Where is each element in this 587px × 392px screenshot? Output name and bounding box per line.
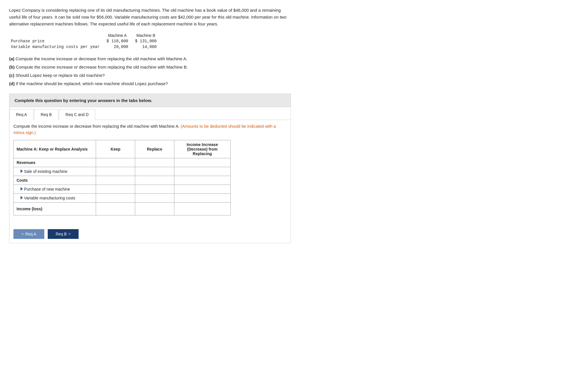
sale-keep-input[interactable] [96, 167, 135, 176]
machine-row-0-label: Purchase price [9, 38, 105, 44]
instruction-text: Compute the income increase or decrease … [13, 123, 287, 136]
complete-box: Complete this question by entering your … [9, 94, 291, 107]
income-diff-cell[interactable] [174, 202, 230, 215]
prev-button-label: Req A [25, 232, 36, 236]
purchase-replace-input[interactable] [135, 185, 174, 193]
sale-replace-cell[interactable] [135, 167, 174, 176]
variable-keep-cell[interactable] [96, 193, 135, 202]
nav-buttons: < Req A Req B > [9, 229, 291, 243]
costs-label: Costs [14, 176, 96, 185]
revenues-keep-input[interactable] [96, 158, 135, 167]
tabs-container: Req A Req B Req C and D Compute the inco… [9, 107, 291, 243]
income-keep-input[interactable] [96, 205, 135, 213]
income-replace-cell[interactable] [135, 202, 174, 215]
table-row: Revenues [14, 158, 231, 167]
costs-keep-cell[interactable] [96, 176, 135, 185]
questions-section: (a) Compute the income increase or decre… [9, 55, 291, 87]
costs-diff-cell [174, 176, 230, 185]
variable-replace-input[interactable] [135, 194, 174, 202]
variable-label: Variable manufacturing costs [14, 193, 96, 202]
tab-req-a[interactable]: Req A [9, 109, 33, 120]
table-row: Purchase of new machine [14, 185, 231, 193]
revenues-keep-cell[interactable] [96, 158, 135, 167]
income-diff-input[interactable] [177, 205, 227, 213]
table-row: Income (loss) [14, 202, 231, 215]
costs-keep-input[interactable] [96, 176, 135, 185]
purchase-keep-cell[interactable] [96, 185, 135, 193]
col-header-replace: Replace [135, 140, 174, 158]
machine-b-header: Machine B [133, 33, 162, 38]
blue-arrow-icon [21, 196, 23, 199]
table-row: Sale of existing machine [14, 167, 231, 176]
variable-keep-input[interactable] [96, 194, 135, 202]
analysis-table: Machine A: Keep or Replace Analysis Keep… [13, 140, 231, 215]
prev-arrow-icon: < [21, 232, 24, 236]
prev-button[interactable]: < Req A [13, 229, 44, 239]
machine-a-header: Machine A [105, 33, 133, 38]
machine-row-1-b: 14,000 [133, 44, 162, 50]
revenues-label: Revenues [14, 158, 96, 167]
revenues-diff-cell [174, 158, 230, 167]
purchase-diff-cell [174, 185, 230, 193]
costs-replace-cell[interactable] [135, 176, 174, 185]
income-keep-cell[interactable] [96, 202, 135, 215]
costs-replace-input[interactable] [135, 176, 174, 185]
col-header-analysis: Machine A: Keep or Replace Analysis [14, 140, 96, 158]
machine-row-0-a: $ 118,000 [105, 38, 133, 44]
question-c: (c) Should Lopez keep or replace its old… [9, 71, 291, 79]
income-label: Income (loss) [14, 202, 96, 215]
blue-arrow-icon [21, 187, 23, 191]
tab-content-req-a: Compute the income increase or decrease … [9, 120, 291, 226]
col-header-income: Income Increase(Decrease) fromReplacing [174, 140, 230, 158]
question-b: (b) Compute the income increase or decre… [9, 63, 291, 71]
blue-arrow-icon [21, 169, 23, 173]
machine-row-1-a: 20,000 [105, 44, 133, 50]
variable-replace-cell[interactable] [135, 193, 174, 202]
purchase-label: Purchase of new machine [14, 185, 96, 193]
table-row: Variable manufacturing costs [14, 193, 231, 202]
question-a: (a) Compute the income increase or decre… [9, 55, 291, 63]
sale-diff-cell [174, 167, 230, 176]
next-button-label: Req B [56, 232, 67, 236]
complete-box-text: Complete this question by entering your … [15, 98, 152, 103]
next-arrow-icon: > [69, 232, 71, 236]
revenues-replace-cell[interactable] [135, 158, 174, 167]
sale-keep-cell[interactable] [96, 167, 135, 176]
tab-req-b[interactable]: Req B [34, 109, 58, 120]
purchase-replace-cell[interactable] [135, 185, 174, 193]
next-button[interactable]: Req B > [48, 229, 79, 239]
machine-row-1-label: Variable manufacturing costs per year [9, 44, 105, 50]
question-d: (d) If the machine should be replaced, w… [9, 80, 291, 87]
intro-paragraph: Lopez Company is considering replacing o… [9, 7, 291, 27]
table-row: Costs [14, 176, 231, 185]
income-replace-input[interactable] [135, 205, 174, 213]
sale-label: Sale of existing machine [14, 167, 96, 176]
tab-req-c-d[interactable]: Req C and D [59, 109, 95, 120]
purchase-keep-input[interactable] [96, 185, 135, 193]
sale-replace-input[interactable] [135, 167, 174, 176]
tabs-bar: Req A Req B Req C and D [9, 107, 291, 120]
machine-row-0-b: $ 131,000 [133, 38, 162, 44]
revenues-replace-input[interactable] [135, 158, 174, 167]
variable-diff-cell [174, 193, 230, 202]
col-header-keep: Keep [96, 140, 135, 158]
machines-data-table: Machine A Machine B Purchase price $ 118… [9, 33, 162, 50]
instruction-normal: Compute the income increase or decrease … [13, 124, 181, 129]
